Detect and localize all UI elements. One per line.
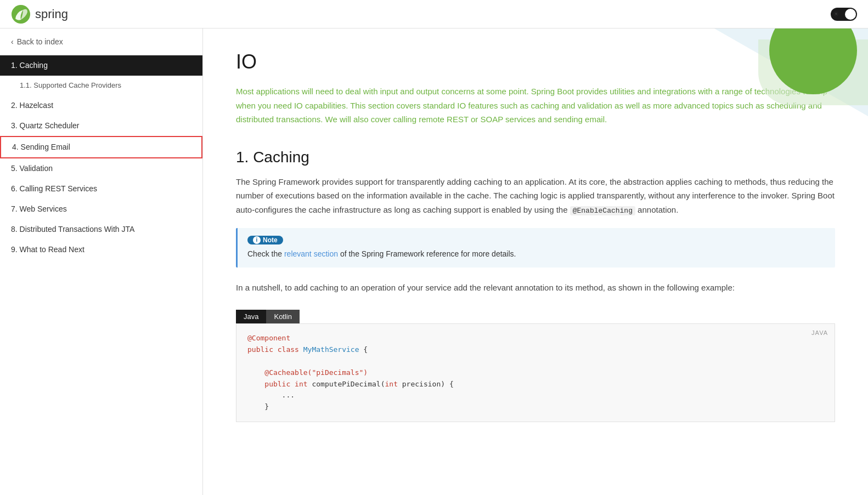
sidebar-item-caching[interactable]: 1. Caching bbox=[0, 55, 202, 76]
sidebar-item-distributed[interactable]: 8. Distributed Transactions With JTA bbox=[0, 219, 202, 240]
chevron-left-icon: ‹ bbox=[11, 37, 14, 46]
dark-mode-toggle[interactable]: ☀ bbox=[831, 8, 857, 21]
sidebar-item-sending-email[interactable]: 4. Sending Email bbox=[0, 136, 202, 158]
tab-java[interactable]: Java bbox=[236, 310, 266, 323]
enable-caching-annotation: @EnableCaching bbox=[570, 206, 635, 215]
top-nav: spring ☀ bbox=[0, 0, 868, 29]
sidebar-item-supported-cache[interactable]: 1.1. Supported Cache Providers bbox=[0, 76, 202, 95]
back-to-index[interactable]: ‹ Back to index bbox=[0, 29, 202, 55]
tab-kotlin[interactable]: Kotlin bbox=[266, 310, 300, 323]
sidebar-item-what-next[interactable]: 9. What to Read Next bbox=[0, 240, 202, 260]
logo-text: spring bbox=[35, 7, 68, 21]
tab-button-group: Java Kotlin bbox=[236, 310, 835, 323]
content-area: IO Most applications will need to deal w… bbox=[203, 29, 868, 495]
note-text: Check the relevant section of the Spring… bbox=[247, 248, 825, 260]
code-block: JAVA @Component public class MyMathServi… bbox=[236, 323, 835, 422]
caching-body: The Spring Framework provides support fo… bbox=[236, 175, 835, 217]
note-box: i Note Check the relevant section of the… bbox=[236, 228, 835, 268]
sidebar-item-validation[interactable]: 5. Validation bbox=[0, 158, 202, 179]
sidebar-item-calling-rest[interactable]: 6. Calling REST Services bbox=[0, 179, 202, 199]
relevant-section-link[interactable]: relevant section bbox=[284, 249, 338, 258]
main-layout: ‹ Back to index 1. Caching 1.1. Supporte… bbox=[0, 29, 868, 495]
intro-paragraph: Most applications will need to deal with… bbox=[236, 84, 835, 127]
code-content: @Component public class MyMathService { … bbox=[247, 333, 824, 413]
sidebar-item-hazelcast[interactable]: 2. Hazelcast bbox=[0, 95, 202, 116]
toggle-knob bbox=[845, 9, 856, 20]
sidebar-item-quartz[interactable]: 3. Quartz Scheduler bbox=[0, 116, 202, 136]
code-lang-label: JAVA bbox=[811, 328, 828, 338]
sidebar-item-web-services[interactable]: 7. Web Services bbox=[0, 199, 202, 219]
spring-logo-icon bbox=[11, 4, 31, 24]
spring-logo[interactable]: spring bbox=[11, 4, 68, 24]
sun-icon: ☀ bbox=[833, 10, 839, 18]
code-tabs: Java Kotlin JAVA @Component public class… bbox=[236, 310, 835, 422]
info-icon: i bbox=[253, 236, 261, 244]
back-to-index-label: Back to index bbox=[17, 37, 63, 46]
page-title: IO bbox=[236, 50, 835, 73]
sidebar: ‹ Back to index 1. Caching 1.1. Supporte… bbox=[0, 29, 203, 495]
caching-heading: 1. Caching bbox=[236, 149, 835, 166]
note-header: i Note bbox=[247, 236, 825, 244]
note-badge: i Note bbox=[247, 236, 283, 244]
nutshell-text: In a nutshell, to add caching to an oper… bbox=[236, 281, 835, 295]
